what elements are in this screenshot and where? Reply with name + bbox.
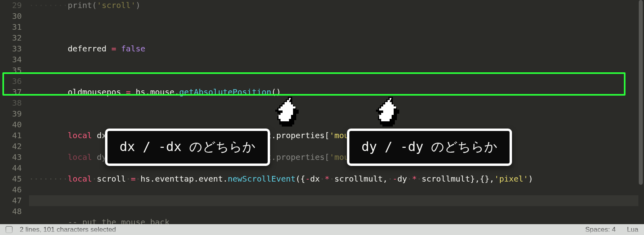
code-line[interactable] (29, 108, 638, 119)
line-number: 36 (0, 76, 29, 87)
line-number: 31 (0, 22, 29, 33)
code-token: 'pixel' (494, 174, 528, 184)
vertical-scrollbar[interactable] (639, 0, 643, 224)
code-token: · (92, 174, 97, 184)
code-token: dy (397, 174, 407, 184)
code-token (116, 44, 121, 53)
line-number: 29 (0, 0, 29, 11)
code-token: local (68, 152, 92, 162)
code-token: · (388, 174, 392, 184)
code-token: false (121, 44, 145, 53)
line-number-gutter[interactable]: 2930313233343536373839404142434445464748 (0, 0, 29, 224)
code-token: ···· (48, 174, 68, 184)
unsaved-indicator-icon[interactable] (6, 226, 12, 233)
line-number: 34 (0, 54, 29, 65)
code-token: [ (325, 131, 330, 140)
code-token: ({ (295, 174, 305, 184)
code-token: scrollmult, (334, 174, 388, 184)
code-token: - (305, 174, 310, 184)
line-number: 45 (0, 174, 29, 184)
line-number: 46 (0, 184, 29, 195)
code-token: = (131, 174, 136, 184)
selection-background (29, 195, 638, 206)
line-number: 48 (0, 206, 29, 217)
line-number: 42 (0, 141, 29, 152)
code-line[interactable]: deferred = false (29, 43, 638, 54)
line-number: 44 (0, 163, 29, 174)
line-number: 35 (0, 65, 29, 76)
code-token: · (330, 174, 334, 184)
code-token: () (271, 87, 281, 97)
code-token: · (126, 174, 131, 184)
callout-dy: dy / -dy のどちらか (347, 129, 512, 166)
code-token (29, 131, 68, 140)
code-line[interactable] (29, 22, 638, 33)
code-token: oldmousepos (68, 87, 126, 97)
code-token: dx (310, 174, 320, 184)
code-token: scroll (97, 174, 126, 184)
line-number: 41 (0, 130, 29, 141)
code-token: [ (325, 152, 330, 162)
line-number: 38 (0, 98, 29, 108)
code-token: * (325, 174, 330, 184)
code-token: · (407, 174, 412, 184)
code-line[interactable] (29, 65, 638, 76)
code-token: ( (92, 0, 97, 10)
code-line[interactable]: ········local·scroll·=·hs.eventtap.event… (29, 174, 638, 184)
callout-dx: dx / -dx のどちらか (105, 129, 270, 166)
code-line[interactable]: oldmousepos = hs.mouse.getAbsolutePositi… (29, 87, 638, 98)
line-number: 47 (0, 195, 29, 206)
code-token: · (320, 174, 325, 184)
code-token: · (136, 174, 140, 184)
selection-status: 2 lines, 101 characters selected (20, 226, 116, 234)
line-number: 37 (0, 87, 29, 98)
code-token: newScrollEvent (228, 174, 296, 184)
code-line[interactable]: ········print('scroll') (29, 0, 638, 11)
line-number: 40 (0, 119, 29, 130)
code-token: ) (528, 174, 533, 184)
code-token: ) (136, 0, 140, 10)
indent-status[interactable]: Spaces: 4 (585, 226, 616, 234)
callout-dy-text: dy / -dy のどちらか (361, 139, 497, 154)
code-token: = (126, 87, 131, 97)
line-number: 30 (0, 11, 29, 22)
code-token: · (417, 174, 421, 184)
code-token: deferred (68, 44, 111, 53)
language-status[interactable]: Lua (627, 226, 638, 234)
line-number: 43 (0, 152, 29, 163)
code-token: * (412, 174, 417, 184)
code-token (29, 152, 68, 162)
code-token: - (392, 174, 397, 184)
code-token (29, 87, 68, 97)
code-area[interactable]: ········print('scroll') deferred = false… (29, 0, 638, 224)
code-token: getAbsolutePosition (179, 87, 271, 97)
code-editor[interactable]: 2930313233343536373839404142434445464748… (0, 0, 644, 224)
status-bar: 2 lines, 101 characters selected Spaces:… (0, 224, 644, 235)
code-token: hs.mouse. (131, 87, 179, 97)
code-token: = (111, 44, 116, 53)
code-token: local (68, 131, 92, 140)
callout-dx-text: dx / -dx のどちらか (120, 139, 256, 154)
code-token: ········ (29, 0, 68, 10)
line-number: 32 (0, 33, 29, 43)
code-token: hs.eventtap.event. (140, 174, 228, 184)
line-number: 33 (0, 43, 29, 54)
line-number: 39 (0, 108, 29, 119)
scrollbar-thumb[interactable] (639, 0, 643, 185)
code-token: scrollmult},{}, (421, 174, 494, 184)
code-token: print (68, 0, 92, 10)
code-token: 'scroll' (97, 0, 136, 10)
code-token (29, 44, 68, 53)
code-token: ···· (29, 174, 48, 184)
code-token: local (68, 174, 92, 184)
code-line[interactable] (29, 195, 638, 206)
